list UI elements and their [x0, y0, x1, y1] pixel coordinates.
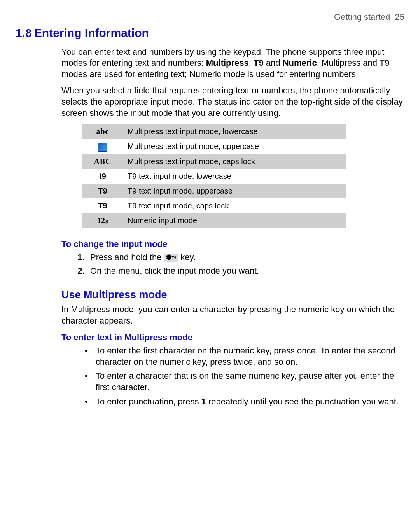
section-number: 1.8 [16, 26, 32, 39]
multipress-bullets: To enter the first character on the nume… [61, 345, 404, 407]
intro-paragraph-1: You can enter text and numbers by using … [61, 47, 404, 80]
mode-name-multipress: Multipress [206, 58, 249, 68]
table-row: ABC Multipress text input mode, caps loc… [82, 154, 346, 169]
section-title: Entering Information [34, 26, 149, 39]
numeric-mode-icon: 12₃ [97, 216, 108, 225]
multipress-intro: In Multipress mode, you can enter a char… [61, 304, 404, 326]
table-row: Multipress text input mode, uppercase [82, 139, 346, 154]
use-multipress-heading: Use Multipress mode [61, 288, 404, 302]
table-row: abc Multipress text input mode, lowercas… [82, 124, 346, 139]
table-row: t9 T9 text input mode, lowercase [82, 169, 346, 184]
table-row: 12₃ Numeric input mode [82, 213, 346, 228]
change-input-mode-heading: To change the input mode [61, 239, 404, 250]
list-item: To enter a character that is on the same… [85, 371, 404, 393]
key-1: 1 [201, 397, 206, 406]
header-page-number: 25 [395, 12, 404, 22]
section-heading: 1.8 Entering Information [16, 25, 404, 40]
mode-description: T9 text input mode, uppercase [122, 184, 346, 198]
t9-lowercase-icon: t9 [99, 172, 106, 180]
mode-description: Multipress text input mode, lowercase [122, 124, 346, 139]
star-t9-key-icon: ✱T9 [164, 254, 178, 262]
mode-description: T9 text input mode, caps lock [122, 198, 346, 213]
enter-text-multipress-heading: To enter text in Multipress mode [61, 332, 404, 343]
mode-description: Multipress text input mode, caps lock [122, 154, 346, 169]
mode-name-numeric: Numeric [283, 58, 317, 68]
mode-description: Multipress text input mode, uppercase [122, 139, 346, 154]
multipress-lowercase-icon: abc [96, 127, 109, 136]
step-item: Press and hold the ✱T9 key. [87, 252, 404, 263]
change-mode-steps: Press and hold the ✱T9 key. On the menu,… [61, 252, 404, 276]
header-section: Getting started [334, 12, 390, 22]
list-item: To enter the first character on the nume… [85, 345, 404, 367]
mode-description: T9 text input mode, lowercase [122, 169, 346, 184]
multipress-capslock-icon: ABC [94, 157, 111, 166]
page-header: Getting started 25 [16, 12, 404, 23]
t9-capslock-icon: T9 [98, 201, 107, 210]
step-item: On the menu, click the input mode you wa… [87, 266, 404, 277]
input-mode-table: abc Multipress text input mode, lowercas… [82, 124, 346, 227]
list-item: To enter punctuation, press 1 repeatedly… [85, 396, 404, 408]
table-row: T9 T9 text input mode, caps lock [82, 198, 346, 213]
table-row: T9 T9 text input mode, uppercase [82, 184, 346, 198]
multipress-uppercase-icon [98, 143, 107, 152]
intro-paragraph-2: When you select a field that requires en… [61, 85, 404, 119]
mode-description: Numeric input mode [122, 213, 346, 228]
t9-uppercase-icon: T9 [98, 187, 107, 195]
mode-name-t9: T9 [254, 58, 264, 68]
